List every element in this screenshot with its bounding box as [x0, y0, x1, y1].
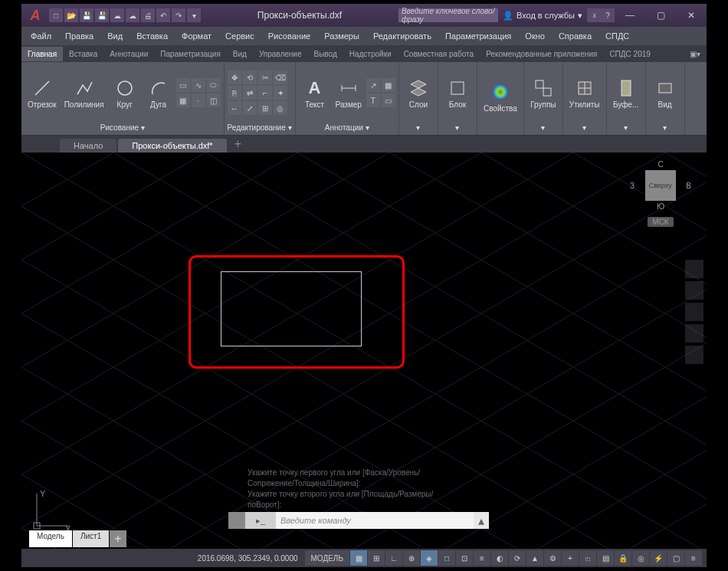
region-icon[interactable]: ◫ — [207, 94, 221, 107]
tab-addins[interactable]: Надстройки — [343, 47, 398, 61]
viewcube-face[interactable]: Сверху — [645, 170, 676, 201]
tab-collaborate[interactable]: Совместная работа — [398, 47, 480, 61]
close-button[interactable]: ✕ — [676, 4, 707, 27]
tab-home[interactable]: Главная — [21, 47, 63, 61]
minimize-button[interactable]: — — [615, 4, 645, 27]
menu-help[interactable]: Справка — [553, 29, 598, 43]
menu-tools[interactable]: Сервис — [219, 29, 261, 43]
drawn-rectangle[interactable] — [221, 271, 362, 346]
workspace-icon[interactable]: ⚙ — [544, 550, 561, 566]
panel-draw-title[interactable]: Рисование ▾ — [25, 122, 221, 133]
copy-icon[interactable]: ⎘ — [228, 86, 241, 100]
viewcube-e[interactable]: В — [686, 182, 691, 190]
drawing-canvas[interactable]: YX С З Сверху В Ю МСК Укажите точку перв… — [21, 153, 707, 549]
add-layout-button[interactable]: + — [110, 530, 126, 547]
quickprops-icon[interactable]: ▤ — [597, 550, 614, 566]
tab-spds[interactable]: СПДС 2019 — [603, 47, 656, 61]
line-button[interactable]: Отрезок — [25, 76, 60, 110]
snap-toggle-icon[interactable]: ⊞ — [368, 550, 385, 566]
tab-output[interactable]: Вывод — [308, 47, 343, 61]
isodraft-toggle-icon[interactable]: ◈ — [421, 550, 438, 566]
rectangle-icon[interactable]: ▭ — [176, 78, 190, 92]
tab-featured[interactable]: Рекомендованные приложения — [480, 47, 603, 61]
panel-block-title[interactable]: ▾ — [441, 122, 474, 133]
pan-icon[interactable] — [685, 281, 703, 300]
rotate-icon[interactable]: ⟲ — [243, 71, 257, 84]
block-button[interactable]: Блок — [441, 76, 474, 110]
array-icon[interactable]: ⊞ — [258, 101, 272, 115]
viewcube[interactable]: С З Сверху В Ю МСК — [630, 160, 691, 252]
new-icon[interactable]: □ — [49, 8, 63, 22]
app-logo-icon[interactable]: A — [25, 5, 46, 26]
ortho-toggle-icon[interactable]: ∟ — [385, 550, 402, 566]
menu-draw[interactable]: Рисование — [262, 29, 316, 43]
cloud-open-icon[interactable]: ☁ — [110, 8, 124, 22]
text-button[interactable]: AТекст — [299, 76, 331, 110]
groups-button[interactable]: Группы — [527, 76, 559, 110]
table-icon[interactable]: ▦ — [382, 78, 395, 92]
circle-button[interactable]: Круг — [109, 76, 141, 110]
customize-icon[interactable]: ≡ — [685, 550, 702, 566]
erase-icon[interactable]: ⌫ — [274, 71, 287, 84]
cleanscreen-icon[interactable]: ▢ — [667, 550, 684, 566]
mtext-icon[interactable]: T — [366, 94, 380, 107]
menu-format[interactable]: Формат — [175, 29, 218, 43]
viewcube-s[interactable]: Ю — [630, 202, 691, 211]
view-button[interactable]: Вид — [649, 76, 681, 110]
ellipse-icon[interactable]: ⬭ — [207, 78, 221, 92]
viewcube-n[interactable]: С — [630, 160, 691, 169]
panel-view-title[interactable]: ▾ — [649, 122, 681, 133]
lineweight-icon[interactable]: ≡ — [474, 550, 490, 566]
move-icon[interactable]: ✥ — [228, 71, 241, 84]
ribbon-collapse-icon[interactable]: ▣▾ — [684, 47, 707, 61]
polyline-button[interactable]: Полилиния — [61, 76, 107, 110]
dimension-button[interactable]: Размер — [333, 76, 365, 110]
menu-insert[interactable]: Вставка — [130, 29, 174, 43]
panel-groups-title[interactable]: ▾ — [527, 122, 559, 133]
point-icon[interactable]: · — [192, 94, 205, 107]
panel-modify-title[interactable]: Редактирование ▾ — [228, 122, 292, 133]
spline-icon[interactable]: ∿ — [192, 78, 205, 92]
coordinates[interactable]: 2016.0698, 305.2349, 0.0000 — [192, 554, 304, 563]
autosnap-toggle-icon[interactable]: ⊡ — [456, 550, 473, 566]
save-icon[interactable]: 💾 — [80, 8, 93, 22]
tab-insert[interactable]: Вставка — [63, 47, 103, 61]
cloud-save-icon[interactable]: ☁ — [126, 8, 139, 22]
annotation-monitor-icon[interactable]: + — [562, 550, 579, 566]
exchange-icon[interactable]: ☓ — [587, 8, 601, 22]
viewcube-w[interactable]: З — [630, 182, 635, 190]
polar-toggle-icon[interactable]: ⊕ — [403, 550, 420, 566]
offset-icon[interactable]: ◎ — [274, 101, 287, 115]
wcs-label[interactable]: МСК — [648, 217, 673, 227]
panel-clipboard-title[interactable]: ▾ — [610, 122, 642, 133]
layers-button[interactable]: Слои — [402, 76, 435, 110]
menu-window[interactable]: Окно — [519, 29, 551, 43]
menu-parametric[interactable]: Параметризация — [439, 29, 517, 43]
showmotion-icon[interactable] — [685, 346, 703, 364]
undo-icon[interactable]: ↶ — [156, 8, 170, 22]
annotation-scale-icon[interactable]: ▲ — [526, 550, 543, 566]
menu-edit[interactable]: Правка — [59, 29, 100, 43]
tab-manage[interactable]: Управление — [253, 47, 308, 61]
tab-annotate[interactable]: Аннотации — [103, 47, 154, 61]
scale-icon[interactable]: ⤢ — [243, 101, 257, 115]
menu-spds[interactable]: СПДС — [599, 29, 635, 43]
transparency-icon[interactable]: ◐ — [491, 550, 508, 566]
arc-button[interactable]: Дуга — [143, 76, 175, 110]
menu-modify[interactable]: Редактировать — [367, 29, 438, 43]
grid-toggle-icon[interactable]: ▦ — [350, 550, 367, 566]
saveas-icon[interactable]: 💾 — [95, 8, 109, 22]
menu-file[interactable]: Файл — [25, 29, 57, 43]
layout-tab[interactable]: Лист1 — [73, 530, 109, 547]
fillet-icon[interactable]: ⌐ — [258, 86, 272, 100]
orbit-icon[interactable] — [685, 324, 703, 343]
login-button[interactable]: 👤 Вход в службы ▾ — [498, 11, 587, 21]
panel-utilities-title[interactable]: ▾ — [566, 122, 603, 133]
help-icon[interactable]: ? — [601, 8, 615, 22]
clipboard-button[interactable]: Буфе... — [610, 76, 642, 110]
trim-icon[interactable]: ✂ — [258, 71, 272, 84]
units-icon[interactable]: ⏍ — [579, 550, 596, 566]
osnap-toggle-icon[interactable]: □ — [438, 550, 455, 566]
tab-view[interactable]: Вид — [227, 47, 253, 61]
wheel-icon[interactable] — [685, 260, 703, 278]
